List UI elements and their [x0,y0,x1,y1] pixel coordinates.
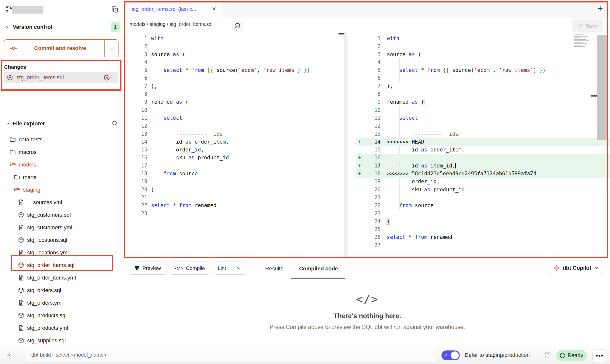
code-line-1: 1with [345,34,610,42]
diff-add-marker [345,122,361,130]
model-cube-icon [7,74,13,81]
file-tree-item-macros[interactable]: macros [0,146,125,158]
tab-compiled-code[interactable]: Compiled code [298,258,339,279]
file-name: models [19,162,36,168]
file-tree-item-stg_orders.yml[interactable]: stg_orders.yml [0,297,125,309]
indent-guide [412,178,412,185]
code-line-8: 8 [345,90,610,98]
git-branch-icon[interactable] [5,5,13,13]
doc-icon [18,325,24,331]
line-number: 2 [361,42,381,50]
chevron-down-icon [236,265,241,271]
file-tree-item-stg_order_items.yml[interactable]: stg_order_items.yml [0,271,125,284]
scrollbar-thumb[interactable] [591,95,597,97]
file-tree-item-stg_locations.yml[interactable]: stg_locations.yml [0,246,125,259]
diff-add-marker [345,90,361,98]
line-number: 12 [125,122,147,130]
indent-guide [399,74,400,82]
file-tree-item-stg_products.sql[interactable]: stg_products.sql [0,309,125,322]
indent-guide [399,186,400,194]
indent-guide [399,106,400,114]
line-number: 27 [361,241,381,249]
chevron-down-icon [5,121,10,126]
help-icon[interactable]: ? [545,352,551,358]
file-tree-item-stg_orders.sql[interactable]: stg_orders.sql [0,284,125,297]
connection-status-badge[interactable]: Ready [556,350,587,361]
code-line-16: 16 sku as product_id [125,154,344,162]
code-line-7: 7), [345,82,610,90]
line-number: 15 [361,146,381,154]
file-tree-item-stg_customers.yml[interactable]: stg_customers.yml [0,221,125,234]
compile-button[interactable]: </> Compile [170,262,210,275]
line-number: 14 [361,138,381,146]
dbt-ide-app: Version control 1 Commit and resolve Cha… [0,0,610,364]
scrollbar-thumb[interactable] [339,33,344,34]
editor-pane-original[interactable]: 1with23source as (45 select * from {{ so… [125,33,345,258]
preview-button[interactable]: Preview [128,262,167,275]
file-explorer-header[interactable]: File explorer [0,119,125,129]
file-tree-item-stg_products.yml[interactable]: stg_products.yml [0,322,125,334]
version-control-header[interactable]: Version control 1 [0,22,125,32]
code-line-13: 13 ---------- ids [345,130,610,138]
file-name: stg_locations.sql [27,237,67,243]
commit-options-dropdown[interactable] [104,40,119,57]
line-number: 21 [361,194,381,201]
more-options-button[interactable]: ••• [592,349,607,362]
indent-guide [399,114,400,122]
sidebar: Version control 1 Commit and resolve Cha… [0,0,125,346]
search-icon[interactable] [111,120,118,127]
file-tree-item-stg_customers.sql[interactable]: stg_customers.sql [0,209,125,221]
code-line-26: 26select * from renamed [345,233,610,241]
file-tree-item-staging[interactable]: staging [0,183,125,196]
code-line-20: 20 sku as product_id [345,186,610,194]
new-tab-button[interactable]: + [595,2,606,14]
file-name: stg_locations.yml [27,249,69,256]
commit-button-label: Commit and resolve [18,45,102,51]
close-tab-icon[interactable]: ✕ [212,6,216,12]
line-number: 1 [361,34,381,42]
file-tree-item-data-tests[interactable]: data-tests [0,133,125,146]
toggle-knob [451,351,459,359]
lineage-button[interactable] [232,20,243,31]
dbt-copilot-button[interactable]: dbt Copilot [549,261,603,275]
minimap[interactable] [574,34,592,49]
doc-icon [18,199,24,206]
changed-file-row[interactable]: stg_order_items.sql [4,72,118,83]
indent-guide [164,122,164,130]
lint-options-dropdown[interactable] [232,262,245,274]
indent-guide [399,146,400,154]
line-number: 19 [125,178,147,185]
dbt-command-input[interactable]: dbt build --select <model_name> [25,348,437,362]
tab-stg-order-items[interactable]: stg_order_items.sql (last c... ✕ [125,0,222,18]
chevron-up-icon[interactable] [5,352,12,358]
file-tree-item-stg_supplies.sql[interactable]: stg_supplies.sql [0,334,125,346]
lint-button[interactable]: Lint [214,262,245,275]
file-tree-item-marts[interactable]: marts [0,171,125,183]
file-tree-item-__sources.yml[interactable]: __sources.yml [0,196,125,209]
code-line-23: 23 [125,210,344,217]
code-editor: 1with23source as (45 select * from {{ so… [125,33,610,258]
code-line-21: 21 [125,194,344,201]
indent-guide [164,114,164,122]
diff-add-marker [345,50,361,58]
commit-and-resolve-button[interactable]: Commit and resolve [4,39,119,57]
line-number: 5 [125,66,147,74]
main-area: stg_order_items.sql (last c... ✕ + model… [125,0,610,346]
copy-files-icon[interactable] [111,5,119,13]
diff-add-marker [345,82,361,90]
file-tree-item-stg_order_items.sql[interactable]: stg_order_items.sql [0,259,125,271]
save-button[interactable]: Save [572,19,603,33]
file-tree-item-stg_locations.sql[interactable]: stg_locations.sql [0,234,125,246]
editor-pane-merged[interactable]: 1with23source as (45 select * from {{ so… [345,33,610,258]
file-name: stg_customers.sql [27,212,71,218]
diff-add-marker [345,210,361,217]
code-line-11: 11 select [125,114,344,122]
scrollbar-track [338,33,338,258]
file-tree-item-models[interactable]: models [0,158,125,171]
defer-toggle[interactable]: ✓ [441,350,460,360]
line-number: 3 [125,50,147,58]
minimap-slider[interactable] [597,35,608,140]
discard-change-icon[interactable] [103,74,110,81]
indent-guide [412,162,412,170]
tab-results[interactable]: Results [264,258,284,279]
